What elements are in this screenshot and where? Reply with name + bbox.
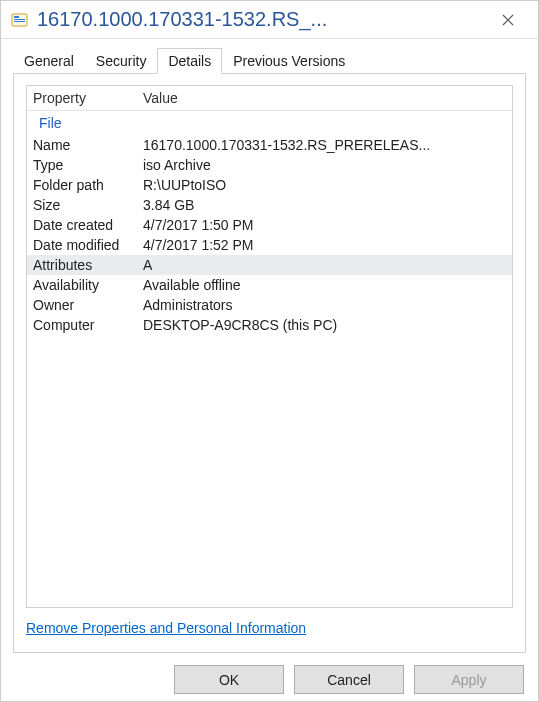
detail-val: 16170.1000.170331-1532.RS_PRERELEAS... xyxy=(143,137,512,153)
detail-val: 4/7/2017 1:52 PM xyxy=(143,237,512,253)
detail-row[interactable]: Date modified4/7/2017 1:52 PM xyxy=(27,235,512,255)
tab-general[interactable]: General xyxy=(13,48,85,73)
svg-rect-2 xyxy=(14,19,25,20)
close-button[interactable] xyxy=(488,5,528,35)
detail-val: A xyxy=(143,257,512,273)
detail-prop: Folder path xyxy=(33,177,143,193)
detail-val: 3.84 GB xyxy=(143,197,512,213)
tab-details[interactable]: Details xyxy=(157,48,222,74)
remove-properties-link[interactable]: Remove Properties and Personal Informati… xyxy=(26,608,513,640)
details-list[interactable]: Property Value File Name16170.1000.17033… xyxy=(26,85,513,608)
detail-prop: Date created xyxy=(33,217,143,233)
detail-row[interactable]: AttributesA xyxy=(27,255,512,275)
dialog-buttons: OK Cancel Apply xyxy=(1,653,538,702)
details-panel: Property Value File Name16170.1000.17033… xyxy=(13,73,526,653)
detail-prop: Availability xyxy=(33,277,143,293)
detail-row[interactable]: ComputerDESKTOP-A9CR8CS (this PC) xyxy=(27,315,512,335)
svg-rect-1 xyxy=(14,16,19,18)
detail-row[interactable]: Typeiso Archive xyxy=(27,155,512,175)
dialog-content: General Security Details Previous Versio… xyxy=(1,39,538,653)
cancel-button[interactable]: Cancel xyxy=(294,665,404,694)
svg-rect-3 xyxy=(14,21,25,22)
detail-row[interactable]: Date created4/7/2017 1:50 PM xyxy=(27,215,512,235)
file-type-icon xyxy=(11,11,29,29)
detail-val: Available offline xyxy=(143,277,512,293)
tab-security[interactable]: Security xyxy=(85,48,158,73)
window-title: 16170.1000.170331-1532.RS_... xyxy=(37,8,488,31)
detail-row[interactable]: AvailabilityAvailable offline xyxy=(27,275,512,295)
detail-prop: Computer xyxy=(33,317,143,333)
detail-prop: Size xyxy=(33,197,143,213)
group-file: File xyxy=(27,111,512,135)
apply-button[interactable]: Apply xyxy=(414,665,524,694)
detail-val: Administrators xyxy=(143,297,512,313)
header-property[interactable]: Property xyxy=(33,90,143,106)
detail-prop: Name xyxy=(33,137,143,153)
detail-row[interactable]: Size3.84 GB xyxy=(27,195,512,215)
detail-prop: Owner xyxy=(33,297,143,313)
detail-prop: Date modified xyxy=(33,237,143,253)
detail-val: 4/7/2017 1:50 PM xyxy=(143,217,512,233)
detail-val: R:\UUPtoISO xyxy=(143,177,512,193)
details-rows: Name16170.1000.170331-1532.RS_PRERELEAS.… xyxy=(27,135,512,335)
detail-val: DESKTOP-A9CR8CS (this PC) xyxy=(143,317,512,333)
detail-val: iso Archive xyxy=(143,157,512,173)
detail-prop: Attributes xyxy=(33,257,143,273)
tab-previous-versions[interactable]: Previous Versions xyxy=(222,48,356,73)
titlebar: 16170.1000.170331-1532.RS_... xyxy=(1,1,538,39)
detail-row[interactable]: OwnerAdministrators xyxy=(27,295,512,315)
detail-row[interactable]: Folder pathR:\UUPtoISO xyxy=(27,175,512,195)
details-header: Property Value xyxy=(27,86,512,111)
tab-strip: General Security Details Previous Versio… xyxy=(13,48,526,74)
detail-prop: Type xyxy=(33,157,143,173)
header-value[interactable]: Value xyxy=(143,90,512,106)
detail-row[interactable]: Name16170.1000.170331-1532.RS_PRERELEAS.… xyxy=(27,135,512,155)
ok-button[interactable]: OK xyxy=(174,665,284,694)
